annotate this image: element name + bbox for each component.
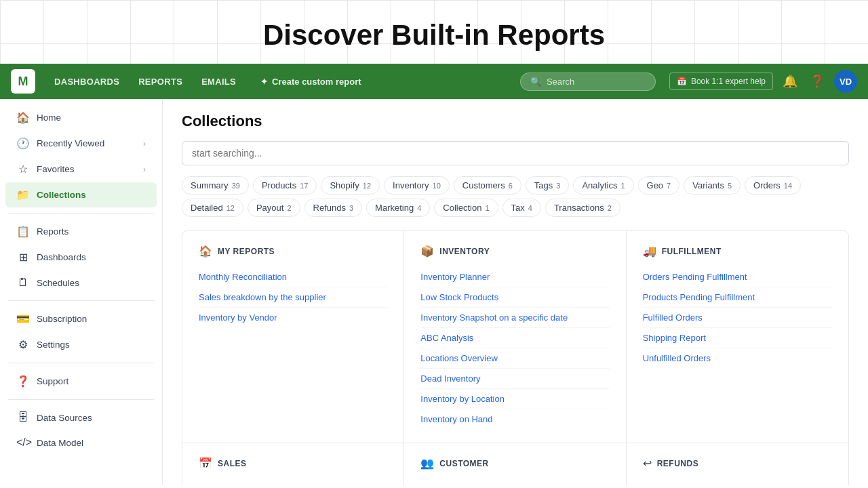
sidebar-item-recently-viewed[interactable]: 🕐 Recently Viewed › [5,131,157,156]
filter-collection-label: Collection [443,203,481,213]
filter-tab-tags[interactable]: Tags 3 [526,176,570,195]
link-shipping-report[interactable]: Shipping Report [643,328,832,348]
sidebar-item-reports[interactable]: 📋 Reports [5,219,157,244]
filter-tab-shopify[interactable]: Shopify 12 [321,176,380,195]
sidebar: 🏠 Home 🕐 Recently Viewed › ☆ Favorites ›… [0,99,163,485]
user-avatar[interactable]: VD [834,70,857,93]
sidebar-favorites-label: Favorites [37,164,75,174]
sidebar-item-schedules[interactable]: 🗒 Schedules [5,270,157,295]
nav-emails[interactable]: EMAILS [193,73,244,91]
filter-tab-orders[interactable]: Orders 14 [745,176,801,195]
data-model-icon: </> [16,436,30,449]
link-dead-inventory[interactable]: Dead Inventory [420,369,609,389]
link-abc-analysis[interactable]: ABC Analysis [420,328,609,348]
customer-section-icon: 👥 [420,457,434,470]
filter-customers-label: Customers [462,180,505,190]
home-section-icon: 🏠 [199,245,212,258]
sidebar-item-dashboards[interactable]: ⊞ Dashboards [5,245,157,270]
content-area: Collections Summary 39 Products 17 Shopi… [163,99,868,485]
notification-button[interactable]: 🔔 [780,71,800,92]
create-custom-report-button[interactable]: ✦ Create custom report [252,73,369,91]
sidebar-subscription-label: Subscription [37,314,87,324]
search-placeholder: Search [547,77,574,87]
link-products-pending-fulfillment[interactable]: Products Pending Fulfillment [643,287,832,308]
link-monthly-reconciliation[interactable]: Monthly Reconciliation [199,267,387,287]
filter-tab-variants[interactable]: Variants 5 [684,176,741,195]
filter-inventory-label: Inventory [393,180,429,190]
filter-tab-geo[interactable]: Geo 7 [638,176,680,195]
collection-search-input[interactable] [182,141,849,165]
sidebar-item-data-model[interactable]: </> Data Model [5,430,157,455]
sidebar-schedules-label: Schedules [37,278,79,288]
filter-tab-refunds[interactable]: Refunds 3 [304,199,363,217]
filter-marketing-label: Marketing [375,203,414,213]
filter-payout-count: 2 [287,204,291,212]
section-fulfillment-header: 🚚 FULFILLMENT [643,245,832,258]
support-icon: ❓ [16,375,30,388]
sidebar-dashboards-label: Dashboards [37,252,86,262]
link-orders-pending-fulfillment[interactable]: Orders Pending Fulfillment [643,267,832,287]
sidebar-item-data-sources[interactable]: 🗄 Data Sources [5,405,157,430]
filter-summary-count: 39 [232,182,240,190]
section-inventory-header: 📦 INVENTORY [420,245,609,258]
link-unfulfilled-orders[interactable]: Unfulfilled Orders [643,348,832,368]
filter-tab-marketing[interactable]: Marketing 4 [366,199,430,217]
link-sales-breakdown-supplier[interactable]: Sales breakdown by the supplier [199,287,387,308]
link-inventory-on-hand[interactable]: Inventory on Hand [420,409,609,429]
filter-tab-transactions[interactable]: Transactions 2 [545,199,620,217]
filter-tab-detailed[interactable]: Detailed 12 [182,199,243,217]
sidebar-item-support[interactable]: ❓ Support [5,369,157,394]
subscription-icon: 💳 [16,312,30,325]
settings-icon: ⚙ [16,338,30,351]
filter-geo-label: Geo [647,180,664,190]
section-sales-header: 📅 SALES [199,457,387,470]
filter-detailed-count: 12 [226,204,235,212]
filter-tab-analytics[interactable]: Analytics 1 [573,176,633,195]
section-fulfillment-title: FULFILLMENT [662,247,722,256]
link-inventory-by-vendor[interactable]: Inventory by Vendor [199,308,387,327]
sidebar-item-collections[interactable]: 📁 Collections [5,182,157,207]
dashboards-icon: ⊞ [16,251,30,264]
link-locations-overview[interactable]: Locations Overview [420,348,609,369]
sidebar-item-favorites[interactable]: ☆ Favorites › [5,157,157,182]
link-fulfilled-orders[interactable]: Fulfilled Orders [643,308,832,328]
topbar-search[interactable]: 🔍 Search [520,73,656,91]
link-inventory-by-location[interactable]: Inventory by Location [420,389,609,409]
section-refunds-header: ↩ REFUNDS [643,457,832,470]
clock-icon: 🕐 [16,137,30,150]
sidebar-item-settings[interactable]: ⚙ Settings [5,332,157,357]
sidebar-settings-label: Settings [37,340,70,350]
filter-tab-customers[interactable]: Customers 6 [454,176,521,195]
logo[interactable]: M [11,69,35,94]
link-sales-overview[interactable]: Sales Overview [199,479,387,485]
filter-tab-summary[interactable]: Summary 39 [182,176,249,195]
sidebar-item-home[interactable]: 🏠 Home [5,105,157,130]
help-button[interactable]: ❓ [807,71,827,92]
filter-customers-count: 6 [509,182,513,190]
expert-help-button[interactable]: 📅 Book 1:1 expert help [669,73,773,90]
filter-transactions-count: 2 [608,204,612,212]
link-inventory-snapshot[interactable]: Inventory Snapshot on a specific date [420,308,609,328]
filter-tab-collection[interactable]: Collection 1 [434,199,498,217]
filter-tab-tax[interactable]: Tax 4 [502,199,541,217]
nav-reports[interactable]: REPORTS [130,73,191,91]
filter-inventory-count: 10 [433,182,441,190]
sales-section-icon: 📅 [199,457,212,470]
link-product-return-rate[interactable]: Product Return Rate [643,479,832,485]
link-inventory-planner[interactable]: Inventory Planner [420,267,609,287]
sidebar-collections-label: Collections [37,190,86,200]
section-sales-title: SALES [218,459,247,468]
link-low-stock-products[interactable]: Low Stock Products [420,287,609,308]
sidebar-divider-1 [8,213,154,214]
filter-tab-payout[interactable]: Payout 2 [248,199,300,217]
filter-tab-inventory[interactable]: Inventory 10 [384,176,450,195]
sidebar-item-subscription[interactable]: 💳 Subscription [5,306,157,331]
sidebar-reports-label: Reports [37,226,68,237]
filter-tab-products[interactable]: Products 17 [253,176,317,195]
home-icon: 🏠 [16,111,30,124]
topbar-right: 📅 Book 1:1 expert help 🔔 ❓ VD [669,70,857,93]
nav-dashboards[interactable]: DASHBOARDS [46,73,127,91]
fulfillment-section-icon: 🚚 [643,245,656,258]
link-customers-3-orders[interactable]: Customers with More Than 3 Orders [420,479,609,485]
filter-tax-label: Tax [511,203,525,213]
